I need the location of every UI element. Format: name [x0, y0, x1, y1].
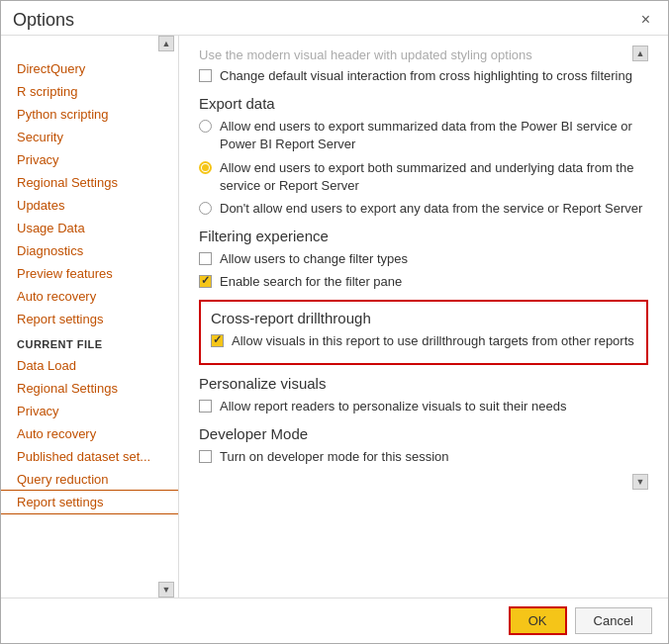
sidebar-item-report-settings-file[interactable]: Report settings	[1, 491, 178, 513]
sidebar-item-regional-settings-file[interactable]: Regional Settings	[1, 377, 178, 400]
allow-personalize-label: Allow report readers to personalize visu…	[220, 398, 566, 415]
options-dialog: Options × ▲ DirectQuery R scripting Pyth…	[0, 0, 669, 644]
personalize-visuals-title: Personalize visuals	[199, 375, 648, 392]
cross-report-title: Cross-report drillthrough	[211, 310, 636, 326]
export-none-row: Don't allow end users to export any data…	[199, 200, 648, 218]
developer-mode-label: Turn on developer mode for this session	[220, 448, 448, 466]
sidebar-item-r-scripting[interactable]: R scripting	[1, 80, 178, 103]
sidebar-scroll-down-button[interactable]: ▼	[158, 582, 174, 598]
sidebar-item-usage-data[interactable]: Usage Data	[1, 217, 178, 239]
faded-top-text: Use the modern visual header with update…	[199, 47, 648, 62]
dialog-title: Options	[13, 10, 74, 31]
sidebar-item-updates[interactable]: Updates	[1, 194, 178, 217]
sidebar-item-privacy[interactable]: Privacy	[1, 148, 178, 171]
sidebar-item-auto-recovery-file[interactable]: Auto recovery	[1, 422, 178, 445]
enable-search-filter-label: Enable search for the filter pane	[220, 273, 402, 291]
change-filter-types-row: Allow users to change filter types	[199, 250, 648, 268]
developer-mode-checkbox[interactable]	[199, 450, 212, 463]
allow-personalize-row: Allow report readers to personalize visu…	[199, 398, 648, 415]
developer-mode-title: Developer Mode	[199, 425, 648, 442]
allow-drillthrough-checkbox[interactable]	[211, 334, 224, 347]
allow-drillthrough-label: Allow visuals in this report to use dril…	[232, 332, 634, 350]
sidebar-current-file-section: CURRENT FILE Data Load Regional Settings…	[1, 330, 178, 513]
dialog-body: ▲ DirectQuery R scripting Python scripti…	[1, 35, 668, 598]
sidebar-item-report-settings-global[interactable]: Report settings	[1, 308, 178, 330]
sidebar-item-regional-settings[interactable]: Regional Settings	[1, 171, 178, 194]
sidebar-item-auto-recovery[interactable]: Auto recovery	[1, 285, 178, 308]
ok-button[interactable]: OK	[509, 606, 567, 635]
sidebar-item-data-load[interactable]: Data Load	[1, 354, 178, 377]
sidebar: ▲ DirectQuery R scripting Python scripti…	[1, 36, 179, 598]
sidebar-item-privacy-file[interactable]: Privacy	[1, 400, 178, 422]
developer-mode-row: Turn on developer mode for this session	[199, 448, 648, 466]
change-default-interaction-label: Change default visual interaction from c…	[220, 67, 632, 85]
export-both-radio[interactable]	[199, 161, 212, 174]
sidebar-item-python-scripting[interactable]: Python scripting	[1, 103, 178, 126]
export-none-label: Don't allow end users to export any data…	[220, 200, 642, 218]
sidebar-global-section: DirectQuery R scripting Python scripting…	[1, 42, 178, 330]
dialog-footer: OK Cancel	[1, 598, 668, 643]
change-default-interaction-checkbox[interactable]	[199, 69, 212, 82]
allow-personalize-checkbox[interactable]	[199, 400, 212, 413]
cross-report-section: Cross-report drillthrough Allow visuals …	[199, 300, 648, 365]
sidebar-item-published-dataset[interactable]: Published dataset set...	[1, 445, 178, 468]
sidebar-scroll-up-button[interactable]: ▲	[158, 36, 174, 51]
sidebar-item-security[interactable]: Security	[1, 126, 178, 148]
change-filter-types-label: Allow users to change filter types	[220, 250, 408, 268]
main-scroll-down-button[interactable]: ▼	[632, 474, 648, 490]
current-file-header: CURRENT FILE	[1, 330, 178, 354]
main-content: ▲ Use the modern visual header with upda…	[179, 36, 668, 598]
export-both-label: Allow end users to export both summarize…	[220, 159, 648, 195]
export-none-radio[interactable]	[199, 202, 212, 215]
export-summarized-radio[interactable]	[199, 120, 212, 133]
export-summarized-label: Allow end users to export summarized dat…	[220, 118, 648, 153]
sidebar-item-diagnostics[interactable]: Diagnostics	[1, 239, 178, 262]
cancel-button[interactable]: Cancel	[575, 607, 652, 634]
enable-search-filter-checkbox[interactable]	[199, 275, 212, 288]
change-filter-types-checkbox[interactable]	[199, 252, 212, 265]
export-summarized-row: Allow end users to export summarized dat…	[199, 118, 648, 153]
export-both-row: Allow end users to export both summarize…	[199, 159, 648, 195]
filtering-experience-title: Filtering experience	[199, 228, 648, 244]
main-scroll-up-button[interactable]: ▲	[632, 46, 648, 61]
sidebar-item-query-reduction[interactable]: Query reduction	[1, 468, 178, 491]
sidebar-item-preview-features[interactable]: Preview features	[1, 262, 178, 285]
enable-search-filter-row: Enable search for the filter pane	[199, 273, 648, 291]
allow-drillthrough-row: Allow visuals in this report to use dril…	[211, 332, 636, 350]
dialog-titlebar: Options ×	[1, 1, 668, 35]
change-default-interaction-row: Change default visual interaction from c…	[199, 67, 648, 85]
export-data-title: Export data	[199, 95, 648, 112]
close-button[interactable]: ×	[635, 9, 656, 31]
sidebar-item-directquery[interactable]: DirectQuery	[1, 57, 178, 80]
